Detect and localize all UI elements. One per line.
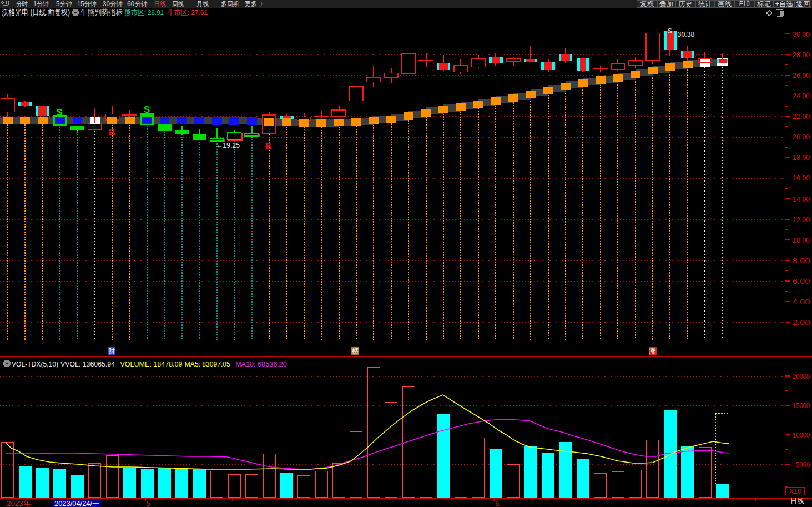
svg-text:S: S	[144, 104, 150, 115]
svg-text:12.00: 12.00	[793, 215, 810, 224]
svg-text:28.00: 28.00	[793, 51, 810, 59]
svg-text:30分钟: 30分钟	[103, 0, 123, 8]
svg-text:10.00: 10.00	[793, 236, 810, 244]
svg-text:更多: 更多	[245, 0, 257, 8]
svg-text:60分钟: 60分钟	[127, 0, 148, 8]
svg-text:20000: 20000	[793, 372, 810, 380]
svg-text:2023/04/24/一: 2023/04/24/一	[54, 499, 99, 507]
svg-text:VOL-TDX(5,10): VOL-TDX(5,10)	[12, 360, 58, 368]
svg-text:8.00: 8.00	[793, 257, 810, 265]
svg-text:20.00: 20.00	[793, 133, 810, 141]
svg-text:日线: 日线	[790, 497, 804, 505]
svg-text:15000: 15000	[793, 401, 810, 410]
svg-text:MA10: 68536.20: MA10: 68536.20	[235, 360, 287, 368]
svg-text:6: 6	[495, 499, 499, 507]
svg-text:画线: 画线	[718, 0, 732, 8]
svg-text:分时: 分时	[16, 0, 28, 8]
svg-text:VOLUME: 18478.09: VOLUME: 18478.09	[120, 360, 183, 368]
svg-text:5000: 5000	[796, 460, 810, 469]
svg-text:24.00: 24.00	[793, 92, 810, 100]
svg-text:5分钟: 5分钟	[56, 0, 72, 8]
svg-text:标记: 标记	[757, 0, 771, 8]
svg-text:B: B	[265, 142, 272, 151]
svg-text:熊市区: 26.91: 熊市区: 26.91	[125, 8, 164, 17]
svg-text:多周期: 多周期	[221, 0, 239, 8]
svg-text:MA5: 83097.05: MA5: 83097.05	[185, 360, 230, 368]
svg-text:复权: 复权	[640, 0, 654, 8]
svg-text:16.00: 16.00	[793, 174, 810, 182]
svg-text:〉: 〉	[260, 0, 266, 8]
svg-text:涨: 涨	[649, 347, 656, 355]
svg-text:6.00: 6.00	[793, 277, 810, 285]
svg-text:牛市区: 27.61: 牛市区: 27.61	[168, 8, 208, 17]
svg-text:S: S	[668, 27, 672, 35]
svg-text:牛熊判势指标: 牛熊判势指标	[80, 8, 123, 17]
svg-text:2.00: 2.00	[793, 318, 810, 327]
svg-text:历史: 历史	[678, 0, 692, 8]
svg-text:10000: 10000	[793, 431, 810, 439]
svg-text:15分钟: 15分钟	[77, 0, 97, 8]
svg-text:22.00: 22.00	[793, 112, 810, 121]
svg-text:X10: X10	[789, 488, 801, 495]
svg-text:26.00: 26.00	[793, 71, 810, 79]
svg-text:30.38: 30.38	[678, 30, 695, 38]
svg-text:财: 财	[108, 347, 115, 355]
svg-text:F10: F10	[739, 0, 750, 8]
svg-text:统计: 统计	[698, 0, 712, 8]
svg-text:1分钟: 1分钟	[33, 0, 49, 8]
svg-text:周线: 周线	[172, 0, 184, 8]
svg-text:B: B	[109, 128, 115, 137]
svg-text:+自选: +自选	[775, 0, 793, 8]
svg-text:VVOL: 136065.94: VVOL: 136065.94	[60, 360, 115, 368]
svg-text:←19.25: ←19.25	[216, 141, 240, 149]
svg-text:叠加: 叠加	[659, 0, 673, 8]
svg-text:5: 5	[147, 499, 150, 507]
svg-text:30.00: 30.00	[793, 30, 810, 38]
svg-text:14.00: 14.00	[793, 195, 810, 203]
svg-text:S: S	[57, 107, 63, 118]
svg-text:2023年: 2023年	[7, 499, 31, 507]
svg-text:榜: 榜	[351, 347, 359, 355]
svg-text:月线: 月线	[196, 0, 209, 8]
svg-text:4.00: 4.00	[793, 298, 810, 306]
svg-text:返回: 返回	[796, 0, 810, 8]
svg-text:沃格光电 (日线.前复权): 沃格光电 (日线.前复权)	[2, 8, 70, 17]
svg-text:18.00: 18.00	[793, 153, 810, 162]
svg-text:日线: 日线	[154, 0, 166, 8]
